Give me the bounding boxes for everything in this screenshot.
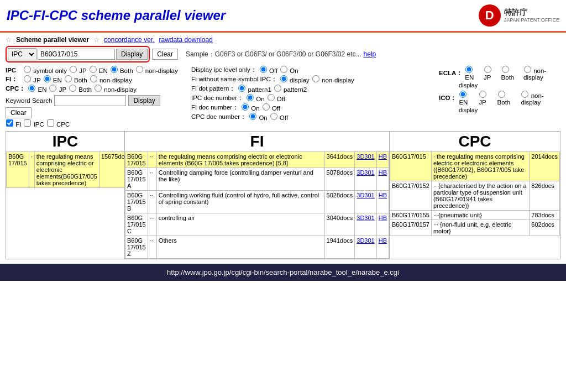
ipc-both-label[interactable]: Both xyxy=(110,66,133,74)
fi-dots-4: ·· xyxy=(148,236,156,259)
cpc-sym-1: B60G17/0152 xyxy=(390,181,432,211)
ecla-nondisplay-radio[interactable] xyxy=(524,66,531,73)
ipc-level-off-radio[interactable] xyxy=(260,66,267,73)
cpc-en-label[interactable]: EN xyxy=(28,85,46,93)
help-link[interactable]: help xyxy=(364,50,376,58)
fi-link1-4[interactable]: 3D301 xyxy=(355,236,376,259)
ecla-both-radio[interactable] xyxy=(502,66,509,73)
ipc-symbol-only-label[interactable]: symbol only xyxy=(23,66,67,74)
fi-dots-2: ·· xyxy=(148,191,156,213)
fi-both-label[interactable]: Both xyxy=(64,75,87,83)
search-type-select[interactable]: IPC FI CPC xyxy=(8,48,36,60)
table-row: B60G17/015 ·· the regulating means compr… xyxy=(125,152,389,168)
fi-nondisplay-label[interactable]: non-display xyxy=(90,75,132,83)
ipc-both-radio[interactable] xyxy=(111,66,118,73)
cpc-jp-radio[interactable] xyxy=(49,85,56,92)
data-area: IPC B60G17/015 · the regulating means co… xyxy=(6,131,560,259)
ico-both-radio[interactable] xyxy=(498,91,505,98)
ico-display-note: display xyxy=(459,107,560,113)
ipc-symbol-only-radio[interactable] xyxy=(24,66,31,73)
fi-dot-pattern2-radio[interactable] xyxy=(274,85,281,92)
rawdata-link[interactable]: rawdata download xyxy=(159,36,212,44)
fi-link2-0[interactable]: HB xyxy=(376,152,389,168)
ipc-doc-on-radio[interactable] xyxy=(247,94,254,101)
footer-url: http://www.jpo.go.jp/cgi/cgi-bin/search-… xyxy=(167,268,399,276)
fi-link2-4[interactable]: HB xyxy=(376,236,389,259)
fi-link2-1[interactable]: HB xyxy=(376,168,389,191)
cpc-desc-0: · the regulating means comprising electr… xyxy=(431,152,529,181)
cpc-checkbox[interactable] xyxy=(47,119,54,127)
ico-nondisplay-radio[interactable] xyxy=(521,91,528,98)
ico-jp-radio[interactable] xyxy=(479,91,486,98)
ipc-nondisplay-radio[interactable] xyxy=(136,66,143,73)
table-row: B60G17/015 · the regulating means compri… xyxy=(390,152,560,181)
ipc-row-label: IPC xyxy=(6,67,21,74)
search-row: IPC FI CPC Display Clear Sample：G06F3 or… xyxy=(6,46,560,62)
ipc-en-radio[interactable] xyxy=(90,66,97,73)
ipc-checkbox[interactable] xyxy=(24,119,31,127)
fi-link1-1[interactable]: 3D301 xyxy=(355,168,376,191)
fi-both-radio[interactable] xyxy=(65,75,72,82)
fi-link2-2[interactable]: HB xyxy=(376,191,389,213)
ipc-option-row: IPC symbol only JP EN Both non-display xyxy=(6,66,182,74)
cpc-row-label: CPC： xyxy=(6,85,25,93)
ecla-en-radio[interactable] xyxy=(465,66,473,73)
sample-text: Sample：G06F3 or G06F3/ or G06F3/00 or G0… xyxy=(186,50,361,59)
search-circled: IPC FI CPC Display xyxy=(6,46,150,62)
fi-sym-4: B60G17/015Z xyxy=(125,236,148,259)
ico-en-radio[interactable] xyxy=(459,91,467,98)
ipc-nondisplay-label[interactable]: non-display xyxy=(135,66,178,74)
fi-link1-0[interactable]: 3D301 xyxy=(355,152,376,168)
table-row: B60G17/015 · the regulating means compri… xyxy=(7,152,133,188)
search-input[interactable] xyxy=(38,49,115,60)
page-title: IPC-FI-CPC scheme parallel viewer xyxy=(7,8,226,23)
cpc-nondisplay-label[interactable]: non-display xyxy=(94,85,137,93)
ipc-jp-radio[interactable] xyxy=(70,66,77,73)
cpc-nondisplay-radio[interactable] xyxy=(95,85,102,92)
display-options: Display ipc level only： Off On FI withou… xyxy=(191,66,430,129)
ipc-en-label[interactable]: EN xyxy=(89,66,108,74)
fi-sym-2: B60G17/015B xyxy=(125,191,148,213)
clear-button[interactable]: Clear xyxy=(152,49,178,60)
fi-checkbox-label[interactable]: FI xyxy=(6,119,21,128)
cpc-desc-3: ··· {non-fluid unit, e.g. electric motor… xyxy=(431,220,529,236)
cpc-both-radio[interactable] xyxy=(69,85,76,92)
fi-en-radio[interactable] xyxy=(44,75,51,82)
fi-same-nondisplay-radio[interactable] xyxy=(312,75,319,82)
display-button[interactable]: Display xyxy=(116,49,148,60)
fi-link1-2[interactable]: 3D301 xyxy=(355,191,376,213)
keyword-input[interactable] xyxy=(54,95,126,106)
keyword-display-button[interactable]: Display xyxy=(128,95,160,106)
fi-jp-radio[interactable] xyxy=(24,75,31,82)
fi-link2-3[interactable]: HB xyxy=(376,213,389,236)
cpc-panel-header: CPC xyxy=(390,132,560,151)
main-content: ☆ Scheme parallel viewer ☆ concordance v… xyxy=(0,33,566,263)
fi-nondisplay-radio[interactable] xyxy=(90,75,97,82)
fi-checkbox[interactable] xyxy=(6,119,13,127)
fi-doc-off-radio[interactable] xyxy=(263,103,270,111)
ecla-ico-options: ECLA： EN JP Both non-display display ICO… xyxy=(439,66,560,129)
ipc-level-on-radio[interactable] xyxy=(280,66,287,73)
cpc-doc-on-radio[interactable] xyxy=(249,113,256,120)
fi-en-label[interactable]: EN xyxy=(43,75,62,83)
display-ipc-level-row: Display ipc level only： Off On xyxy=(191,66,430,74)
ipc-jp-label[interactable]: JP xyxy=(69,66,87,74)
ipc-checkbox-label[interactable]: IPC xyxy=(23,119,44,128)
fi-same-display-radio[interactable] xyxy=(280,75,287,82)
table-row: B60G17/0157 ··· {non-fluid unit, e.g. el… xyxy=(390,220,560,236)
concordance-link[interactable]: concordance ver. xyxy=(104,36,154,44)
keyword-clear-button[interactable]: Clear xyxy=(6,107,32,118)
cpc-jp-label[interactable]: JP xyxy=(49,85,66,93)
cpc-both-label[interactable]: Both xyxy=(69,85,92,93)
ecla-jp-radio[interactable] xyxy=(484,66,491,73)
fi-doc-on-radio[interactable] xyxy=(242,103,249,111)
fi-dot-pattern1-radio[interactable] xyxy=(238,85,245,92)
star-left: ☆ xyxy=(6,36,12,44)
cpc-en-radio[interactable] xyxy=(28,85,35,92)
fi-jp-label[interactable]: JP xyxy=(23,75,41,83)
cpc-checkbox-label[interactable]: CPC xyxy=(46,119,70,128)
cpc-doc-off-radio[interactable] xyxy=(270,113,277,120)
fi-link1-3[interactable]: 3D301 xyxy=(355,213,376,236)
controls-area: IPC symbol only JP EN Both non-display F… xyxy=(6,66,560,129)
ipc-doc-off-radio[interactable] xyxy=(268,94,275,101)
